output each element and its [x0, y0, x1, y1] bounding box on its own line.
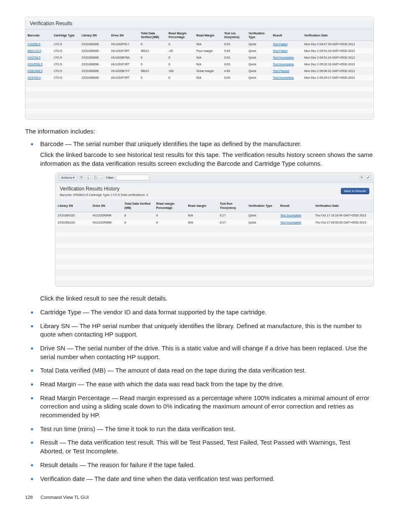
- cell: N/A: [194, 61, 222, 68]
- col-test-run-time[interactable]: Test run time(mins): [222, 30, 246, 41]
- table-row: CHZ56L5 LTO-5 2X31000098 HU1232P9LY 0 0 …: [26, 41, 373, 48]
- cell: 0: [154, 219, 186, 226]
- hcol-read-margin[interactable]: Read margin: [186, 200, 218, 212]
- back-to-results-button[interactable]: Back to Results: [341, 188, 369, 194]
- col-result[interactable]: Result: [271, 30, 302, 41]
- cell: HU1020B7VY: [109, 68, 139, 75]
- li-barcode: Barcode — The serial number that uniquel…: [25, 140, 374, 303]
- result-link[interactable]: Test Incomplete: [273, 76, 294, 80]
- result-link[interactable]: Test Failed: [273, 49, 287, 53]
- cell: Quick: [246, 212, 278, 219]
- cell: 0: [123, 219, 154, 226]
- barcode-link[interactable]: DGE340L5: [28, 69, 43, 73]
- result-link[interactable]: Test Incomplete: [280, 221, 301, 224]
- col-library-sn[interactable]: Library SN: [79, 30, 109, 41]
- cell: 0: [138, 54, 166, 61]
- barcode-link[interactable]: DGV550L5: [28, 62, 43, 66]
- apply-filter-icon[interactable]: ✔: [366, 175, 371, 180]
- cell: 4:49: [222, 68, 246, 75]
- li-read-margin: Read Margin — The ease with which the da…: [25, 380, 374, 389]
- cell: 0:03: [222, 61, 246, 68]
- cell: HU1020B7WL: [109, 54, 139, 61]
- li-drive-sn: Drive SN — The serial number of the driv…: [25, 344, 374, 361]
- cell: 38912: [138, 48, 166, 54]
- hcol-test-run-time[interactable]: Test Run Time(mins): [218, 200, 246, 212]
- cell: N/A: [186, 219, 218, 226]
- section-title: Command View TL GUI: [41, 495, 89, 500]
- cell: 2X31000098: [79, 75, 109, 81]
- hcol-library-sn[interactable]: Library SN: [56, 200, 91, 212]
- cell: Quick: [246, 48, 271, 54]
- export-icon[interactable]: ⤓: [86, 175, 91, 180]
- li-total-data: Total Data verified (MB) — The amount of…: [25, 366, 374, 375]
- cell: 0: [138, 75, 166, 81]
- cell: HU1232R8NK: [91, 212, 123, 219]
- cell: Quick: [246, 68, 271, 75]
- result-link[interactable]: Test Passed: [273, 69, 289, 73]
- cell: Mon Dec 2 05:02:33 GMT+0530 2013: [302, 61, 373, 68]
- result-link[interactable]: Test Incomplete: [280, 213, 301, 217]
- verification-results-table: Barcode Cartridge Type Library SN Drive …: [26, 29, 373, 119]
- li-verification-date: Verification date — The date and time wh…: [25, 475, 374, 483]
- hcol-total-data[interactable]: Total Data Verified (MB): [123, 200, 154, 212]
- history-meta: Barcode: KR0801L5 Cartridge Type: LTO-5 …: [60, 193, 148, 197]
- refresh-icon[interactable]: ⟳: [79, 175, 84, 180]
- hcol-verification-type[interactable]: Verification Type: [246, 200, 278, 212]
- actions-menu[interactable]: Actions ▾: [58, 175, 77, 181]
- col-rmp[interactable]: Read Margin Percentage: [166, 30, 194, 41]
- hcol-result[interactable]: Result: [278, 200, 313, 212]
- cell: 2X31000103: [56, 212, 91, 219]
- cell: LTO-5: [51, 68, 79, 75]
- cell: HU1232R8NK: [91, 219, 123, 226]
- print-icon[interactable]: ⎙: [92, 175, 97, 180]
- li-rmp: Read Margin Percentage — Read margin exp…: [25, 394, 374, 420]
- cell: 2X31000098: [79, 68, 109, 75]
- cell: N/A: [186, 212, 218, 219]
- cell: 0: [166, 41, 194, 48]
- cell: 2X31000098: [79, 61, 109, 68]
- col-barcode[interactable]: Barcode: [26, 30, 51, 41]
- clear-filter-icon[interactable]: ✕: [359, 175, 364, 180]
- history-toolbar: Actions ▾ ⟳ ⤓ ⎙ ⌕ Filter: ✕ ✔: [56, 173, 373, 183]
- col-read-margin[interactable]: Read Margin: [194, 30, 222, 41]
- hcol-rmp[interactable]: Read margin Percentage: [154, 200, 186, 212]
- verification-results-panel: Verification Results Barcode Cartridge T…: [25, 17, 374, 120]
- hcol-verification-date[interactable]: Verification Date: [313, 200, 373, 212]
- hcol-drive-sn[interactable]: Drive SN: [91, 200, 123, 212]
- cell: Poor margin: [194, 48, 222, 54]
- cell: N/A: [194, 41, 222, 48]
- barcode-link[interactable]: CHZ56L5: [28, 42, 41, 46]
- filter-input[interactable]: [116, 175, 149, 180]
- col-verification-type[interactable]: Verification Type: [246, 30, 271, 41]
- barcode-link[interactable]: CHZ70L5: [28, 56, 41, 59]
- col-cartridge-type[interactable]: Cartridge Type: [51, 30, 79, 41]
- result-link[interactable]: Test Incomplete: [273, 62, 294, 66]
- li-result: Result — The data verification test resu…: [25, 438, 374, 455]
- result-link[interactable]: Test Failed: [273, 42, 287, 46]
- history-table: Library SN Drive SN Total Data Verified …: [56, 200, 373, 286]
- col-total-data[interactable]: Total Data Verified (MB): [138, 30, 166, 41]
- cell: Great margin: [194, 68, 222, 75]
- cell: 100: [166, 68, 194, 75]
- cell: Mon Dec 2 05:06:31 GMT+0530 2013: [302, 68, 373, 75]
- col-verification-date[interactable]: Verification Date: [302, 30, 373, 41]
- cell: Mon Dec 2 04:51:19 GMT+0530 2013: [302, 48, 373, 54]
- barcode-link[interactable]: 00017ZL5: [28, 49, 41, 53]
- cell: 0:03: [222, 75, 246, 81]
- cell: 0:03: [222, 54, 246, 61]
- col-drive-sn[interactable]: Drive SN: [109, 30, 139, 41]
- cell: N/A: [194, 54, 222, 61]
- cell: Mon Dec 2 04:47:29 GMT+0530 2013: [302, 41, 373, 48]
- cell: Quick: [246, 75, 271, 81]
- cell: HU1231PJRT: [109, 61, 139, 68]
- filter-icon[interactable]: ⌕: [99, 175, 104, 180]
- cell: Thu Oct 17 10:19:54 GMT+0530 2013: [313, 212, 373, 219]
- history-title: Verification Results History: [60, 185, 148, 193]
- cell: 0: [166, 75, 194, 81]
- li-library-sn: Library SN — The HP serial number that u…: [25, 322, 374, 339]
- cell: N/A: [194, 75, 222, 81]
- cell: 0: [138, 41, 166, 48]
- result-link[interactable]: Test Incomplete: [273, 56, 294, 59]
- verification-results-title: Verification Results: [26, 17, 373, 29]
- barcode-link[interactable]: XXXX6L5: [28, 76, 41, 80]
